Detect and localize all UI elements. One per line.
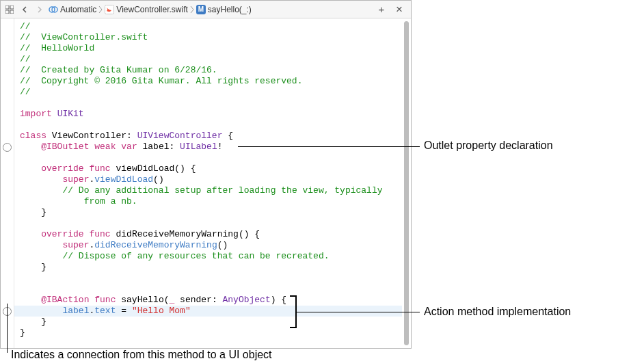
- breadcrumb-label: sayHello(_:): [208, 5, 252, 14]
- swift-file-icon: [105, 5, 114, 14]
- breadcrumb-label: ViewController.swift: [116, 5, 187, 14]
- chevron-left-icon: [22, 6, 27, 13]
- annotation-action: Action method implementation: [424, 306, 571, 318]
- breadcrumb-separator: [189, 5, 195, 14]
- method-icon: M: [196, 5, 206, 14]
- close-assistant-button[interactable]: ×: [392, 2, 407, 17]
- jump-bar: Automatic ViewController.swift M say: [1, 1, 411, 18]
- svg-rect-3: [10, 10, 14, 14]
- annotation-outlet: Outlet property declaration: [424, 139, 553, 152]
- annotation-connection: Indicates a connection from this method …: [11, 349, 272, 361]
- editor-window: Automatic ViewController.swift M say: [0, 0, 412, 349]
- gutter: [1, 18, 14, 348]
- svg-rect-0: [5, 5, 9, 9]
- breadcrumb-file[interactable]: ViewController.swift: [103, 1, 189, 18]
- add-assistant-button[interactable]: +: [374, 2, 389, 17]
- vertical-scrollbar[interactable]: [402, 18, 411, 348]
- breadcrumb-separator: [98, 5, 103, 14]
- scrollbar-thumb[interactable]: [404, 21, 409, 345]
- nav-back-button[interactable]: [17, 2, 32, 17]
- source-editor[interactable]: // // ViewController.swift // HelloWorld…: [14, 18, 402, 348]
- connection-indicator[interactable]: [3, 143, 12, 152]
- grid-icon: [5, 5, 14, 14]
- svg-rect-2: [5, 10, 9, 14]
- chevron-right-icon: [37, 6, 42, 13]
- linked-rings-icon: [49, 5, 58, 14]
- breadcrumb-symbol[interactable]: M sayHello(_:): [195, 1, 253, 18]
- callout-line-connection: [7, 304, 8, 353]
- nav-forward-button[interactable]: [32, 2, 47, 17]
- breadcrumb-automatic[interactable]: Automatic: [47, 1, 98, 18]
- code-area: // // ViewController.swift // HelloWorld…: [1, 18, 411, 348]
- breadcrumb-label: Automatic: [60, 5, 96, 14]
- svg-rect-6: [105, 5, 114, 14]
- svg-rect-1: [10, 5, 14, 9]
- related-items-button[interactable]: [2, 2, 17, 17]
